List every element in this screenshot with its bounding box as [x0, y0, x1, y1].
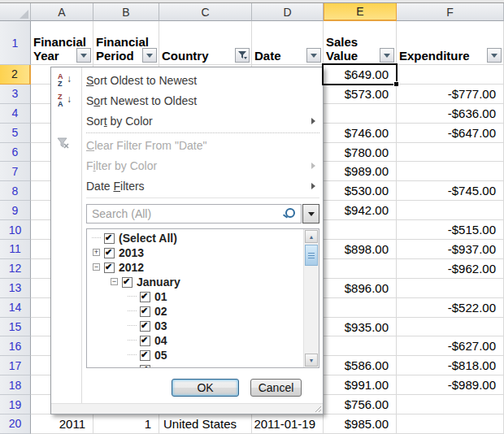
tree-expander-plus-icon[interactable] [93, 249, 100, 256]
cancel-button[interactable]: Cancel [250, 379, 302, 397]
tree-item[interactable]: 01 [87, 289, 319, 304]
resize-grip-icon[interactable] [313, 405, 321, 412]
tree-expander-minus-icon[interactable] [111, 278, 118, 285]
cell-f13[interactable] [397, 279, 504, 298]
checkbox[interactable] [104, 248, 115, 258]
row-header-16[interactable]: 16 [0, 336, 31, 356]
cell-e1[interactable]: Sales Value [324, 21, 397, 65]
menu-item-date-filters[interactable]: Date Filters [51, 176, 323, 196]
row-header-9[interactable]: 9 [0, 201, 31, 220]
column-header-e-selected[interactable]: E [324, 3, 397, 21]
cell-e5[interactable]: $746.00 [324, 124, 397, 143]
cell-e9[interactable]: $942.00 [324, 201, 397, 220]
cell-f10[interactable]: -$515.00 [397, 220, 504, 240]
cell-f18[interactable]: -$989.00 [397, 375, 504, 395]
cell-f4[interactable]: -$636.00 [397, 104, 504, 124]
autofilter-button-country-filtered[interactable] [235, 48, 250, 63]
cell-f3[interactable]: -$777.00 [397, 85, 504, 104]
tree-item[interactable]: January [87, 275, 319, 289]
select-all-corner[interactable] [0, 3, 31, 21]
cell-f9[interactable] [397, 201, 504, 220]
tree-item[interactable]: 03 [87, 319, 319, 333]
row-header-15[interactable]: 15 [0, 318, 31, 337]
cell-e6[interactable]: $780.00 [324, 143, 397, 163]
tree-expander-minus-icon[interactable] [92, 260, 102, 275]
column-header-b[interactable]: B [93, 3, 159, 21]
row-header-12[interactable]: 12 [0, 259, 31, 279]
tree-item[interactable]: (Select All) [87, 231, 319, 245]
cell-e15[interactable]: $935.00 [324, 318, 397, 337]
scrollbar-thumb[interactable] [305, 245, 318, 266]
cell-a1[interactable]: Financial Year [31, 21, 93, 65]
row-header-2[interactable]: 2 [0, 65, 31, 85]
cell-e19[interactable]: $756.00 [324, 395, 397, 414]
cell-c20[interactable]: United States [159, 414, 252, 434]
tree-scrollbar[interactable]: ▲ ▼ [303, 229, 319, 367]
cell-e10[interactable] [324, 220, 397, 240]
search-input[interactable] [86, 204, 302, 224]
checkbox[interactable] [140, 336, 150, 346]
ok-button[interactable]: OK [172, 379, 239, 397]
column-header-f[interactable]: F [397, 3, 504, 21]
scroll-down-button[interactable]: ▼ [305, 354, 318, 367]
cell-f7[interactable] [397, 162, 504, 181]
checkbox[interactable] [122, 277, 133, 288]
row-header-17[interactable]: 17 [0, 356, 31, 375]
cell-e17[interactable]: $586.00 [324, 356, 397, 375]
checkbox[interactable] [104, 263, 115, 273]
cell-f15[interactable] [397, 318, 504, 337]
cell-e18[interactable]: $991.00 [324, 375, 397, 395]
menu-item-sort-newest-to-oldest[interactable]: Z A ↓ Sort Newest to Oldest [51, 90, 323, 111]
checkbox[interactable] [140, 292, 150, 302]
autofilter-button-year[interactable] [76, 48, 91, 63]
checkbox[interactable] [104, 233, 115, 244]
cell-f11[interactable]: -$937.00 [397, 240, 504, 259]
tree-item[interactable] [87, 362, 319, 368]
cell-e20[interactable]: $985.00 [324, 414, 397, 434]
cell-d20[interactable]: 2011-01-19 [252, 414, 324, 434]
row-header-19[interactable]: 19 [0, 395, 31, 414]
checkbox[interactable] [140, 365, 150, 369]
cell-e7[interactable]: $989.00 [324, 162, 397, 181]
tree-item[interactable]: 2012 [87, 260, 319, 275]
row-header-11[interactable]: 11 [0, 240, 31, 259]
scroll-up-button[interactable]: ▲ [305, 230, 318, 243]
tree-item[interactable]: 2013 [87, 245, 319, 260]
checkbox[interactable] [140, 321, 150, 332]
autofilter-button-date-open[interactable] [306, 48, 321, 63]
autofilter-button-sales[interactable] [380, 48, 394, 63]
cell-c1[interactable]: Country [159, 21, 252, 65]
cell-f2[interactable] [397, 65, 504, 85]
cell-f14[interactable]: -$522.00 [397, 298, 504, 318]
cell-e14[interactable] [324, 298, 397, 318]
cell-f1[interactable]: Expenditure [397, 21, 504, 65]
menu-item-sort-oldest-to-newest[interactable]: A Z ↓ Sort Oldest to Newest [51, 70, 323, 90]
cell-b20[interactable]: 1 [93, 414, 159, 434]
checkbox[interactable] [140, 306, 150, 317]
cell-e12[interactable] [324, 259, 397, 279]
cell-e8[interactable]: $530.00 [324, 181, 397, 201]
cell-f6[interactable] [397, 143, 504, 163]
tree-item[interactable]: 05 [87, 348, 319, 362]
cell-f5[interactable]: -$647.00 [397, 124, 504, 143]
menu-item-sort-by-color[interactable]: Sort by Color [51, 111, 323, 131]
cell-a20[interactable]: 2011 [31, 414, 93, 434]
tree-expander-minus-icon[interactable] [93, 263, 100, 271]
column-header-c[interactable]: C [159, 3, 252, 21]
cell-f17[interactable]: -$818.00 [397, 356, 504, 375]
cell-f16[interactable]: -$627.00 [397, 336, 504, 356]
column-header-d[interactable]: D [252, 3, 324, 21]
row-header-3[interactable]: 3 [0, 85, 31, 104]
cell-e13[interactable]: $896.00 [324, 279, 397, 298]
row-header-6[interactable]: 6 [0, 143, 31, 163]
cell-e3[interactable]: $573.00 [324, 85, 397, 104]
cell-e11[interactable]: $898.00 [324, 240, 397, 259]
row-header-8[interactable]: 8 [0, 181, 31, 201]
cell-e4[interactable] [324, 104, 397, 124]
row-header-5[interactable]: 5 [0, 124, 31, 143]
tree-expander-minus-icon[interactable] [110, 275, 120, 289]
cell-f12[interactable]: -$962.00 [397, 259, 504, 279]
row-header-10[interactable]: 10 [0, 220, 31, 240]
checkbox[interactable] [140, 350, 150, 361]
row-header-7[interactable]: 7 [0, 162, 31, 181]
